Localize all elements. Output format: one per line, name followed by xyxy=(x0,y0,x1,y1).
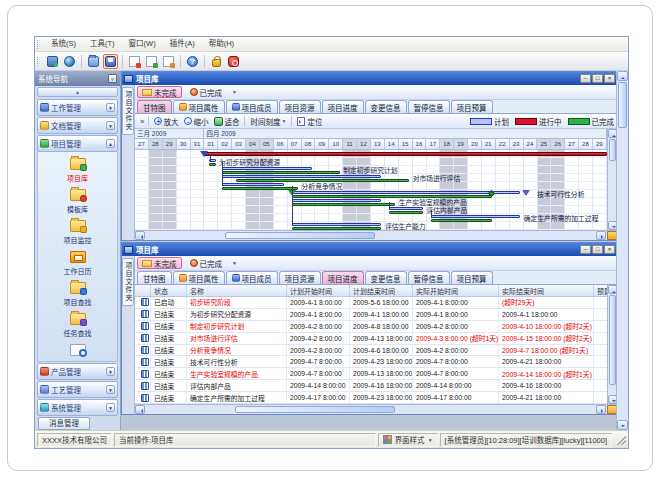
globe-button[interactable] xyxy=(62,54,77,69)
gantt-tab-7[interactable]: 项目预算 xyxy=(451,100,493,113)
minimize-button[interactable]: – xyxy=(580,74,591,83)
sidebar-group-0[interactable]: 工作管理▼ xyxy=(37,99,118,116)
interface-style-dropdown[interactable]: 界面样式 ▼ xyxy=(378,433,438,447)
sidebar-item-0[interactable]: 项目库 xyxy=(38,156,117,183)
menu-item-0[interactable]: 系统(S) xyxy=(44,37,83,51)
table-row[interactable]: 已结束评估内部产品2009-4-14 8:00:002009-4-16 18:0… xyxy=(135,380,607,392)
chevron-down-icon[interactable]: ▼ xyxy=(106,403,115,412)
doc-refresh-button[interactable] xyxy=(144,54,159,69)
sidebar-scroll-up-button[interactable]: ▲ xyxy=(37,87,118,97)
gantt-tab-3[interactable]: 项目资源 xyxy=(279,100,321,113)
table-filter-finished[interactable]: 已完成 xyxy=(185,257,228,269)
gantt-tab-6[interactable]: 暂停信息 xyxy=(408,100,450,113)
scroll-thumb[interactable] xyxy=(609,295,616,385)
gantt-tab-2[interactable]: 项目成员 xyxy=(226,100,278,113)
scroll-thumb[interactable] xyxy=(235,406,395,413)
chevron-down-icon[interactable]: ▼ xyxy=(106,367,115,376)
sidebar-group-2[interactable]: 项目管理▲ xyxy=(37,135,118,152)
maximize-button[interactable]: □ xyxy=(592,74,603,83)
menu-item-3[interactable]: 插件(A) xyxy=(163,37,202,51)
scroll-up-arrow[interactable] xyxy=(617,71,628,81)
mdi-vertical-scrollbar[interactable] xyxy=(616,71,628,430)
project-folder-tab[interactable]: 项目文件夹 xyxy=(122,258,134,306)
zoom-in-button[interactable]: +放大 xyxy=(151,116,181,127)
sidebar-item-3[interactable]: 工作日历 xyxy=(38,249,117,276)
save-button[interactable] xyxy=(103,54,118,69)
table-row[interactable]: 已结束分析竞争情况2009-4-2 8:00:002009-4-6 18:00:… xyxy=(135,345,607,357)
table-tab-7[interactable]: 项目预算 xyxy=(451,271,493,284)
table-filter-unfinished[interactable]: 未完成 xyxy=(137,257,182,269)
scroll-thumb[interactable] xyxy=(618,82,627,128)
table-tab-6[interactable]: 暂停信息 xyxy=(408,271,450,284)
table-row[interactable]: 已启动初步研究阶段2009-4-1 8:00:002009-5-6 18:00:… xyxy=(135,297,607,309)
zoom-out-button[interactable]: -缩小 xyxy=(181,116,211,127)
lock-button[interactable] xyxy=(209,54,224,69)
table-tab-4[interactable]: 项目进度 xyxy=(322,271,364,284)
project-folder-tab[interactable]: 项目文件夹 xyxy=(122,87,134,135)
table-row[interactable]: 已结束制定初步研究计划2009-4-2 8:00:002009-4-8 18:0… xyxy=(135,321,607,333)
table-tab-5[interactable]: 变更信息 xyxy=(365,271,407,284)
menu-item-2[interactable]: 窗口(W) xyxy=(122,37,163,51)
table-horizontal-scrollbar[interactable] xyxy=(135,404,617,414)
chevron-down-icon[interactable]: ▼ xyxy=(106,385,115,394)
sidebar-item-4[interactable]: 项目查找 xyxy=(38,280,117,307)
menu-item-1[interactable]: 工具(T) xyxy=(83,37,122,51)
scroll-left-arrow[interactable] xyxy=(135,231,145,240)
scroll-left-arrow[interactable] xyxy=(135,405,145,414)
table-tab-2[interactable]: 项目成员 xyxy=(226,271,278,284)
table-row[interactable]: 已结束对市场进行评估2009-4-2 8:00:002009-4-13 18:0… xyxy=(135,333,607,345)
day-label: 28 xyxy=(579,139,593,149)
sidebar-group-4[interactable]: 工艺管理▼ xyxy=(37,381,118,398)
chevron-up-icon[interactable]: ▲ xyxy=(106,139,115,148)
time-scale-dropdown[interactable]: 时间刻度▼ xyxy=(247,116,289,127)
table-tab-3[interactable]: 项目资源 xyxy=(279,271,321,284)
sidebar-item-1[interactable]: 模板库 xyxy=(38,187,117,214)
close-button[interactable]: × xyxy=(604,245,615,254)
table-tab-0[interactable]: 甘特图 xyxy=(137,271,172,284)
sidebar-item-6[interactable]: 项目文档查找 xyxy=(38,342,117,362)
locate-button[interactable]: 定位 xyxy=(294,116,325,127)
resize-grip[interactable] xyxy=(616,435,626,445)
minimize-button[interactable]: – xyxy=(580,245,591,254)
maximize-button[interactable]: □ xyxy=(592,245,603,254)
menu-item-4[interactable]: 帮助(H) xyxy=(202,37,241,51)
scroll-thumb[interactable] xyxy=(609,139,616,161)
sidebar-group-5[interactable]: 系统管理▼ xyxy=(37,399,118,416)
gantt-horizontal-scrollbar[interactable] xyxy=(135,230,617,240)
gantt-tab-5[interactable]: 变更信息 xyxy=(365,100,407,113)
table-row[interactable]: 已结束确定生产所需的加工过程2009-4-17 8:00:002009-4-23… xyxy=(135,392,607,404)
table-row[interactable]: 已结束技术可行性分析2009-4-7 8:00:002009-4-23 18:0… xyxy=(135,356,607,368)
sidebar-item-5[interactable]: 任务查找 xyxy=(38,311,117,338)
sidebar-group-1[interactable]: 文档管理▼ xyxy=(37,117,118,134)
gantt-body[interactable]: 为初步研究分配资源制定初步研究计划对市场进行评估分析竞争情况技术可行性分析生产实… xyxy=(135,150,607,230)
table-tab-1[interactable]: 项目属性 xyxy=(173,271,225,284)
scroll-right-arrow[interactable] xyxy=(596,405,606,414)
folder-open-button[interactable] xyxy=(86,54,101,69)
chevron-down-icon[interactable]: ▼ xyxy=(106,121,115,130)
gantt-filter-unfinished[interactable]: 未完成 xyxy=(137,86,182,98)
doc-delete-button[interactable] xyxy=(161,54,176,69)
table-row[interactable]: 已结束为初步研究分配资源2009-4-1 8:00:002009-4-1 18:… xyxy=(135,309,607,321)
close-button[interactable]: × xyxy=(604,74,615,83)
scroll-right-arrow[interactable] xyxy=(596,231,606,240)
sidebar-group-3[interactable]: 产品管理▼ xyxy=(37,363,118,380)
doc-mail-button[interactable] xyxy=(127,54,142,69)
chevron-down-icon[interactable]: ▼ xyxy=(232,89,237,95)
gantt-tab-1[interactable]: 项目属性 xyxy=(173,100,225,113)
gantt-tab-4[interactable]: 项目进度 xyxy=(322,100,364,113)
toolbar-overflow-chevron[interactable]: » xyxy=(138,117,146,126)
fit-button[interactable]: 适合 xyxy=(211,116,242,127)
gantt-tab-0[interactable]: 甘特图 xyxy=(137,100,172,113)
help-button[interactable]: ? xyxy=(185,54,200,69)
scroll-down-arrow[interactable] xyxy=(617,420,628,430)
scroll-thumb[interactable] xyxy=(225,232,375,239)
stop-button[interactable] xyxy=(226,54,241,69)
tab-message-management[interactable]: 消息管理 xyxy=(38,417,90,430)
pushpin-icon[interactable]: ▿ xyxy=(108,74,117,83)
sidebar-item-2[interactable]: 项目监控 xyxy=(38,218,117,245)
chevron-down-icon[interactable]: ▼ xyxy=(232,260,237,266)
gantt-filter-finished[interactable]: 已完成 xyxy=(185,86,228,98)
table-row[interactable]: 已结束生产实验室规模的产品2009-4-7 8:00:002009-4-13 1… xyxy=(135,368,607,380)
chevron-down-icon[interactable]: ▼ xyxy=(106,103,115,112)
computer-button[interactable] xyxy=(45,54,60,69)
